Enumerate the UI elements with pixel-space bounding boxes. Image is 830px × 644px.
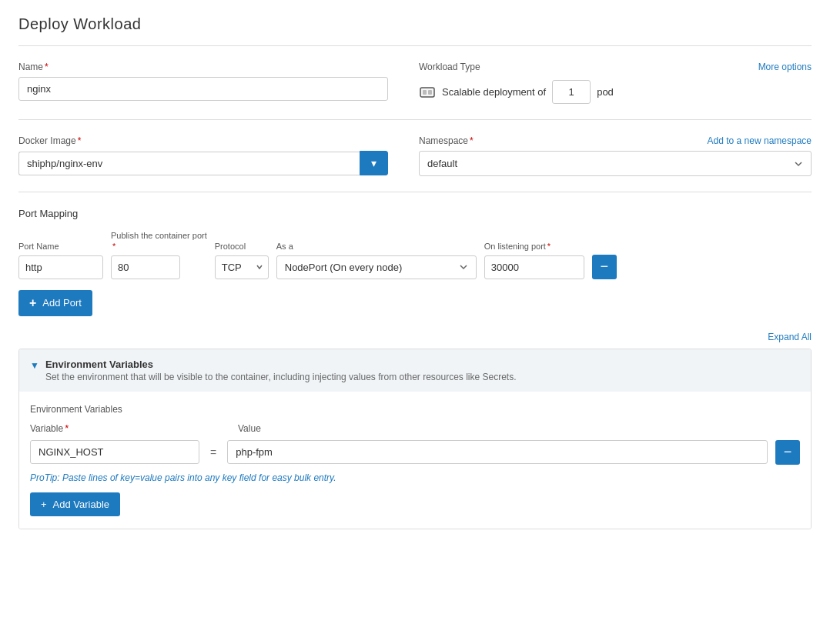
env-section-outer: Expand All ▼ Environment Variables Set t…	[18, 332, 812, 529]
add-namespace-link[interactable]: Add to a new namespace	[708, 135, 812, 146]
env-row-header: Variable* Value	[30, 422, 800, 434]
remove-variable-button[interactable]: −	[775, 440, 800, 465]
add-variable-button[interactable]: + Add Variable	[30, 492, 120, 516]
port-name-input[interactable]	[18, 255, 103, 279]
add-port-button[interactable]: + Add Port	[18, 290, 92, 316]
variable-label: Variable	[30, 423, 63, 434]
add-port-label: Add Port	[42, 297, 82, 309]
publish-port-input[interactable]	[111, 255, 180, 279]
more-options-link[interactable]: More options	[758, 62, 812, 72]
env-accordion-desc: Set the environment that will be visible…	[45, 372, 517, 382]
listening-port-col: On listening port*	[484, 241, 584, 279]
svg-rect-2	[428, 90, 432, 95]
workload-type-section: Workload Type More options Scalable depl…	[419, 62, 812, 104]
port-name-col: Port Name	[18, 241, 103, 279]
listening-port-input[interactable]	[484, 255, 584, 279]
scalable-icon	[419, 84, 436, 101]
listening-port-col-label: On listening port*	[484, 241, 584, 252]
env-body-title: Environment Variables	[30, 404, 800, 415]
scalable-text-after: pod	[597, 86, 614, 98]
expand-all-link[interactable]: Expand All	[768, 332, 812, 342]
scalable-row: Scalable deployment of pod	[419, 80, 812, 104]
port-columns: Port Name Publish the container port* Pr…	[18, 230, 812, 279]
namespace-header: Namespace* Add to a new namespace	[419, 135, 812, 146]
as-a-col-label: As a	[276, 241, 477, 252]
docker-image-label: Docker Image*	[18, 135, 388, 146]
namespace-label: Namespace*	[419, 135, 474, 146]
remove-port-button[interactable]: −	[592, 255, 617, 279]
env-variable-row: = −	[30, 440, 800, 465]
docker-dropdown-button[interactable]: ▾	[360, 151, 388, 175]
svg-rect-0	[420, 88, 434, 97]
docker-input-row: ▾	[18, 151, 388, 175]
accordion-arrow-icon: ▼	[30, 360, 39, 371]
pods-input[interactable]	[552, 80, 591, 104]
name-field-group: Name*	[18, 62, 388, 101]
port-mapping-title: Port Mapping	[18, 208, 812, 219]
protocol-col: Protocol TCP UDP	[215, 241, 269, 279]
publish-port-col-label: Publish the container port*	[111, 230, 207, 252]
protocol-col-label: Protocol	[215, 241, 269, 252]
variable-col-header: Variable*	[30, 422, 199, 434]
docker-image-input[interactable]	[18, 152, 360, 175]
value-label: Value	[238, 423, 261, 434]
env-variable-input[interactable]	[30, 440, 199, 464]
equals-sign: =	[207, 446, 219, 459]
accordion-header-content: Environment Variables Set the environmen…	[45, 359, 517, 382]
section-divider-1	[18, 119, 812, 120]
port-name-col-label: Port Name	[18, 241, 103, 252]
dropdown-arrow-icon: ▾	[371, 157, 377, 169]
title-divider	[18, 45, 812, 46]
env-accordion-header[interactable]: ▼ Environment Variables Set the environm…	[19, 349, 811, 392]
protip-text: ProTip: Paste lines of key=value pairs i…	[30, 472, 800, 483]
docker-image-group: Docker Image* ▾	[18, 135, 388, 175]
namespace-group: Namespace* Add to a new namespace defaul…	[419, 135, 812, 176]
expand-all-row: Expand All	[18, 332, 812, 342]
env-accordion: ▼ Environment Variables Set the environm…	[18, 349, 812, 529]
name-input[interactable]	[18, 77, 388, 101]
docker-namespace-row: Docker Image* ▾ Namespace* Add to a new …	[18, 135, 812, 176]
as-a-col: As a NodePort (On every node) ClusterIP …	[276, 241, 477, 279]
namespace-select[interactable]: default	[419, 151, 812, 176]
name-workload-row: Name* Workload Type More options Scalabl…	[18, 62, 812, 104]
minus-icon: −	[600, 259, 608, 275]
plus-icon-env: +	[41, 499, 47, 510]
env-accordion-title: Environment Variables	[45, 359, 517, 370]
name-label: Name*	[18, 62, 388, 72]
page-title: Deploy Workload	[18, 15, 812, 33]
workload-type-header: Workload Type More options	[419, 62, 812, 72]
plus-icon: +	[29, 296, 36, 310]
svg-rect-1	[423, 90, 427, 95]
add-variable-label: Add Variable	[53, 499, 109, 510]
port-mapping-section: Port Mapping Port Name Publish the conta…	[18, 208, 812, 316]
env-value-input[interactable]	[227, 440, 768, 464]
minus-icon-env: −	[784, 444, 792, 460]
value-col-header: Value	[238, 422, 800, 434]
workload-type-label: Workload Type	[419, 62, 480, 72]
as-a-select[interactable]: NodePort (On every node) ClusterIP HostP…	[276, 255, 477, 279]
protocol-select[interactable]: TCP UDP	[215, 255, 269, 279]
scalable-text-before: Scalable deployment of	[442, 86, 546, 98]
env-accordion-body: Environment Variables Variable* Value = …	[19, 392, 811, 529]
publish-port-col: Publish the container port*	[111, 230, 207, 279]
section-divider-2	[18, 192, 812, 192]
